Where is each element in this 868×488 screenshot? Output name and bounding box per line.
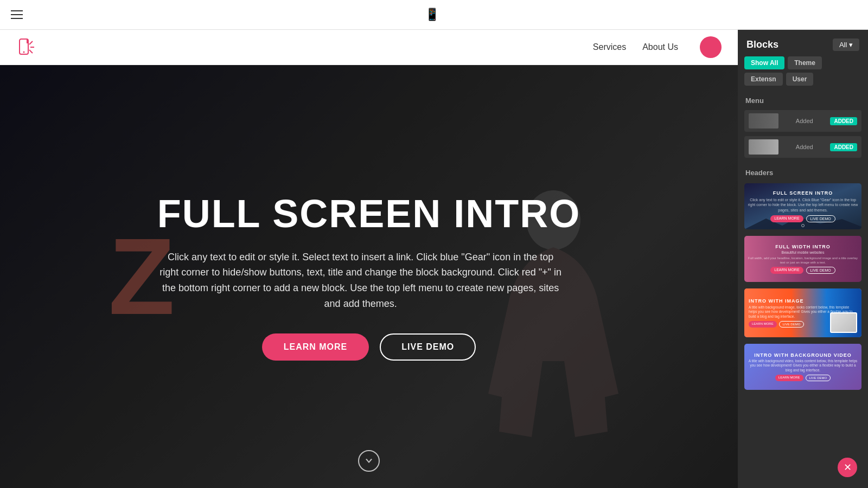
svg-line-4 — [29, 50, 33, 53]
svg-line-2 — [29, 41, 33, 44]
block-thumb-full-width[interactable]: FULL WIDTH INTRO Beautiful mobile websit… — [744, 236, 861, 282]
live-demo-button[interactable]: LIVE DEMO — [380, 333, 476, 361]
nav-link-about[interactable]: About Us — [642, 42, 678, 52]
hero-title: FULL SCREEN INTRO — [157, 192, 581, 235]
added-label-1: Added — [796, 118, 813, 124]
logo-icon — [16, 37, 37, 57]
main-area: Services About Us Z FULL SCREEN INTRO — [0, 30, 868, 488]
menu-section-label: Menu — [738, 92, 868, 108]
added-label-2: Added — [796, 144, 813, 150]
sidebar-title: Blocks — [746, 39, 778, 50]
thumb-full-screen-img: FULL SCREEN INTRO Click any text to edit… — [744, 183, 861, 229]
block-thumb-intro-bg-video[interactable]: INTRO WITH BACKGROUND VIDEO A title with… — [744, 344, 861, 390]
scroll-down-button[interactable] — [358, 450, 380, 472]
blocks-sidebar: Blocks All ▾ Show All Theme Extensn User… — [738, 30, 868, 488]
hamburger-menu[interactable] — [11, 10, 23, 19]
tab-extensn[interactable]: Extensn — [744, 73, 783, 86]
menu-thumbnail-2 — [749, 139, 778, 155]
nav-links: Services About Us — [593, 36, 722, 58]
preview-area: Services About Us Z FULL SCREEN INTRO — [0, 30, 738, 488]
thumb-intro-image-img: INTRO WITH IMAGE A title with background… — [744, 288, 861, 337]
tab-theme[interactable]: Theme — [788, 56, 822, 69]
block-thumb-intro-image[interactable]: INTRO WITH IMAGE A title with background… — [744, 288, 861, 337]
filter-all-button[interactable]: All ▾ — [833, 38, 859, 51]
nav-circle-btn[interactable] — [700, 36, 722, 58]
hero-section: Z FULL SCREEN INTRO Click any text to ed… — [0, 65, 738, 488]
hero-content: FULL SCREEN INTRO Click any text to edit… — [146, 192, 592, 360]
learn-more-button[interactable]: LEARN MORE — [262, 333, 369, 361]
nav-bar: Services About Us — [0, 30, 738, 65]
sidebar-header: Blocks All ▾ — [738, 30, 868, 56]
added-badge-2: ADDED — [830, 143, 857, 151]
tab-user[interactable]: User — [786, 73, 814, 86]
menu-item-1[interactable]: Added ADDED — [744, 110, 861, 132]
tab-show-all[interactable]: Show All — [744, 56, 784, 69]
hero-subtitle[interactable]: Click any text to edit or style it. Sele… — [157, 249, 564, 312]
menu-thumbnail-1 — [749, 113, 778, 129]
headers-section-label: Headers — [738, 164, 868, 180]
block-thumb-full-screen[interactable]: FULL SCREEN INTRO Click any text to edit… — [744, 183, 861, 229]
arrow-down-icon — [365, 457, 373, 465]
phone-icon-top: 📱 — [425, 8, 439, 22]
thumb-full-width-img: FULL WIDTH INTRO Beautiful mobile websit… — [744, 236, 861, 282]
thumb-intro-bg-img: INTRO WITH BACKGROUND VIDEO A title with… — [744, 344, 861, 390]
nav-link-services[interactable]: Services — [593, 42, 626, 52]
sidebar-close-button[interactable]: ✕ — [838, 458, 857, 477]
filter-tabs: Show All Theme Extensn User — [738, 56, 868, 92]
menu-item-2[interactable]: Added ADDED — [744, 136, 861, 158]
added-badge-1: ADDED — [830, 117, 857, 125]
svg-point-1 — [23, 52, 25, 53]
sidebar-close-area: ✕ — [738, 455, 868, 488]
nav-logo — [16, 37, 37, 57]
top-bar: 📱 — [0, 0, 868, 30]
hero-buttons: LEARN MORE LIVE DEMO — [157, 333, 581, 361]
